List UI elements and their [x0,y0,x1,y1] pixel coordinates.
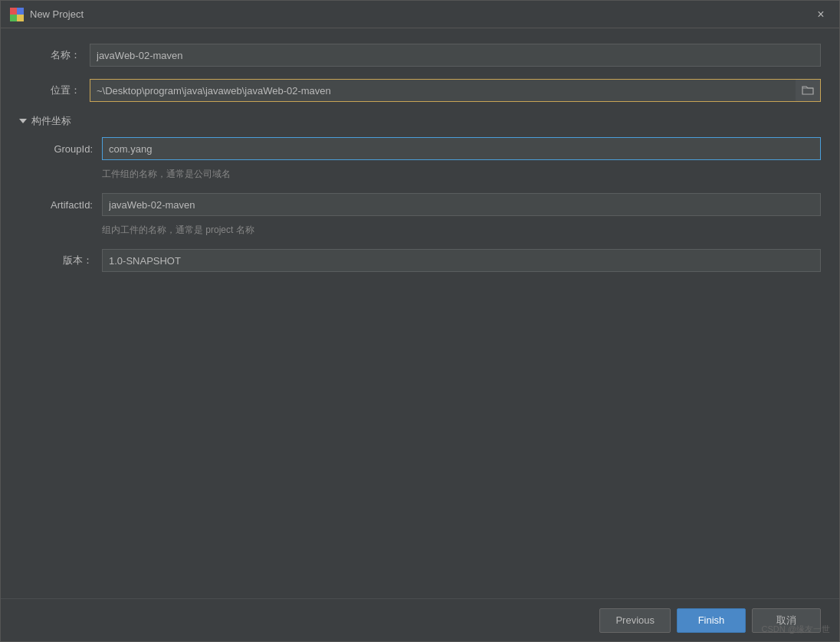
artifactid-row: ArtifactId: [31,193,821,216]
name-row: 名称： [19,44,821,67]
location-row: 位置： [19,79,821,102]
browse-folder-button[interactable] [796,79,821,102]
dialog-title: New Project [30,8,812,20]
section-label: 构件坐标 [31,114,71,128]
new-project-dialog: New Project × 名称： 位置： [0,0,840,642]
previous-button[interactable]: Previous [599,608,671,633]
location-label: 位置： [19,84,80,97]
app-icon [10,8,24,21]
close-button[interactable]: × [812,5,830,24]
coordinates-content: GroupId: 工件组的名称，通常是公司域名 ArtifactId: 组内工件… [31,137,821,272]
groupid-row: GroupId: [31,137,821,160]
dialog-footer: Previous Finish 取消 [1,598,839,641]
location-input-group [90,79,821,102]
section-toggle[interactable]: 构件坐标 [19,114,821,128]
artifactid-input[interactable] [102,193,821,216]
groupid-hint: 工件组的名称，通常是公司域名 [102,168,821,181]
artifactid-label: ArtifactId: [31,199,93,211]
groupid-input[interactable] [102,137,821,160]
version-input[interactable] [102,249,821,272]
coordinates-section: 构件坐标 GroupId: 工件组的名称，通常是公司域名 ArtifactId:… [19,114,821,272]
title-bar: New Project × [1,1,839,28]
watermark: CSDN @缘友一世 [762,624,830,635]
finish-button[interactable]: Finish [677,608,746,633]
svg-rect-0 [10,8,17,15]
version-row: 版本： [31,249,821,272]
groupid-label: GroupId: [31,143,93,155]
svg-rect-1 [17,8,24,15]
version-label: 版本： [31,254,93,267]
dialog-content: 名称： 位置： 构件坐标 [1,28,839,598]
location-input[interactable] [90,79,796,102]
name-label: 名称： [19,48,80,62]
name-input[interactable] [90,44,821,67]
svg-rect-2 [10,15,17,21]
svg-rect-3 [17,15,24,21]
chevron-down-icon [19,119,27,123]
artifactid-hint: 组内工件的名称，通常是 project 名称 [102,224,821,237]
